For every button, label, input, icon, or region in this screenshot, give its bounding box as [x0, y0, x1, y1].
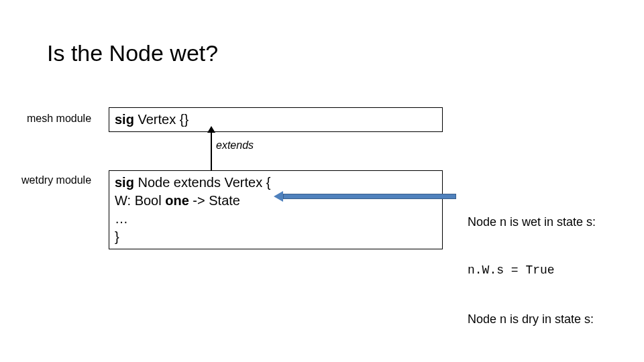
- vertex-rest: Vertex {}: [134, 112, 189, 127]
- node-line2-pre: W: Bool: [115, 193, 165, 208]
- vertex-sig-box: sig Vertex {}: [109, 107, 443, 132]
- info-l2: n.W.s = True: [468, 262, 596, 278]
- info-l1: Node n is wet in state s:: [468, 214, 596, 230]
- extends-arrow-icon: [211, 131, 212, 170]
- node-line2-kw: one: [165, 193, 189, 208]
- node-line1-rest: Node extends Vertex {: [134, 175, 270, 190]
- node-line2-post: -> State: [189, 193, 240, 208]
- label-wetdry-module: wetdry module: [21, 174, 91, 186]
- node-line4: }: [115, 228, 437, 246]
- node-line1-kw: sig: [115, 175, 134, 190]
- label-mesh-module: mesh module: [27, 113, 91, 125]
- node-line3: …: [115, 210, 437, 228]
- slide-title: Is the Node wet?: [47, 40, 218, 66]
- node-sig-box: sig Node extends Vertex { W: Bool one ->…: [109, 170, 443, 249]
- label-extends: extends: [216, 139, 254, 152]
- vertex-kw: sig: [115, 112, 134, 127]
- info-text: Node n is wet in state s: n.W.s = True N…: [468, 181, 596, 362]
- blue-arrow-left-icon: [274, 192, 456, 201]
- info-l3: Node n is dry in state s:: [468, 311, 596, 327]
